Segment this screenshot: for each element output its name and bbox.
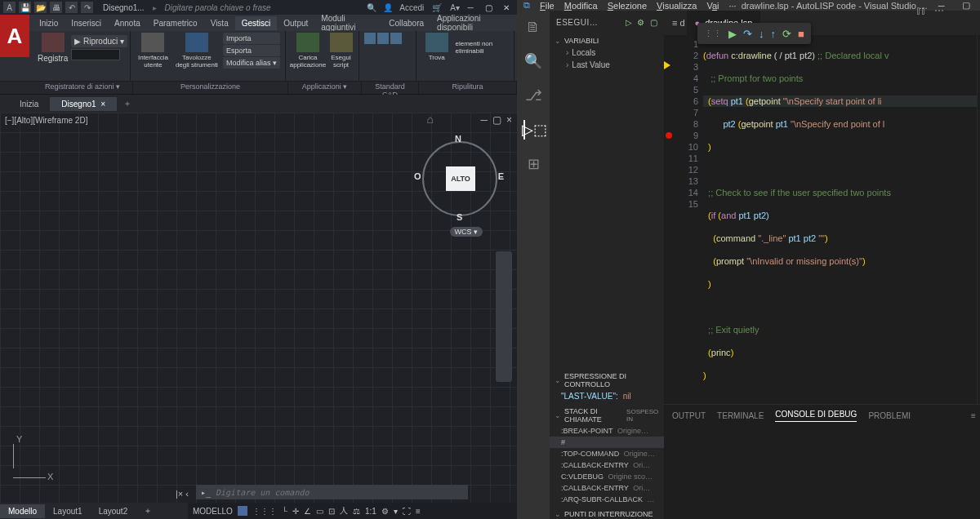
status-grid-icon[interactable]: [238, 506, 247, 516]
viewport[interactable]: [−][Alto][Wireframe 2D] ─ ▢ × ⌂ N S E O …: [0, 113, 517, 503]
vp-minimize-icon[interactable]: ─: [480, 114, 488, 126]
viewcube[interactable]: N S E O ALTO: [419, 137, 501, 219]
minimap[interactable]: [977, 35, 980, 404]
cad-std-icon[interactable]: [364, 33, 376, 44]
line-number[interactable]: 10: [675, 141, 698, 153]
export-button[interactable]: Esporta: [223, 45, 280, 56]
load-app-button[interactable]: Carica applicazione: [291, 33, 325, 69]
menu-more[interactable]: ···: [724, 1, 741, 11]
stack-frame[interactable]: C:VLDEBUG Origine sco…: [550, 471, 664, 482]
qat-undo-icon[interactable]: ↶: [65, 2, 78, 13]
panel-tab-output[interactable]: OUTPUT: [672, 411, 706, 420]
line-number[interactable]: 14: [675, 187, 698, 198]
qat-open-icon[interactable]: 📂: [34, 2, 47, 13]
status-snap-icon[interactable]: ⋮⋮⋮: [252, 507, 277, 516]
line-number[interactable]: 9: [675, 130, 698, 141]
vp-close-icon[interactable]: ×: [506, 114, 512, 126]
signin-label[interactable]: Accedi: [399, 3, 424, 12]
search-icon[interactable]: 🔍: [367, 3, 376, 12]
lastvalue-node[interactable]: Last Value: [550, 59, 664, 71]
line-number[interactable]: 4: [675, 73, 698, 84]
status-osnap-icon[interactable]: ∠: [304, 507, 311, 516]
code-editor[interactable]: 123456789101112131415 (defun c:drawline …: [664, 35, 980, 404]
panel-tab-terminale[interactable]: TERMINALE: [717, 411, 764, 420]
home-icon[interactable]: ⌂: [427, 113, 434, 126]
tab-start[interactable]: Inizia: [8, 97, 50, 111]
section-watch[interactable]: ESPRESSIONE DI CONTROLLO: [550, 370, 664, 390]
ribbon-tab-inserisci[interactable]: Inserisci: [65, 16, 108, 30]
stack-frame[interactable]: :TOP-COMMAND Origine…: [550, 448, 664, 459]
find-button[interactable]: Trova: [421, 33, 452, 61]
nav-bar[interactable]: [496, 251, 512, 382]
explorer-icon[interactable]: 🗎: [523, 17, 543, 37]
menu-file[interactable]: File: [535, 1, 559, 11]
tab-breadcrumb-icon[interactable]: ≡ d: [664, 11, 687, 35]
status-customize-icon[interactable]: ≡: [416, 507, 421, 516]
stack-frame[interactable]: :BREAK-POINT Origine…: [550, 425, 664, 437]
continue-icon[interactable]: ▶: [728, 28, 737, 40]
panel-filter-icon[interactable]: ≡: [971, 411, 976, 420]
scm-icon[interactable]: ⎇: [523, 86, 543, 105]
ribbon-tab-inizio[interactable]: Inizio: [33, 16, 65, 30]
line-number[interactable]: 12: [675, 164, 698, 175]
status-scale[interactable]: 1:1: [365, 507, 376, 516]
layout-model[interactable]: Modello: [0, 504, 45, 518]
stack-frame[interactable]: :CALLBACK-ENTRY Ori…: [550, 459, 664, 471]
record-button[interactable]: Registra: [38, 33, 68, 63]
vsc-maximize-icon[interactable]: ▢: [954, 0, 978, 11]
status-fullscreen-icon[interactable]: ⛶: [403, 507, 411, 516]
action-name-input[interactable]: [71, 49, 120, 60]
line-number[interactable]: 3: [675, 61, 698, 73]
new-tab-button[interactable]: ＋: [117, 98, 138, 109]
line-number[interactable]: 5: [675, 84, 698, 95]
stop-icon[interactable]: ■: [798, 28, 804, 40]
line-number[interactable]: 8: [675, 118, 698, 130]
qat-save-icon[interactable]: 💾: [19, 2, 31, 13]
wcs-label[interactable]: WCS ▾: [450, 227, 483, 237]
search-activity-icon[interactable]: 🔍: [523, 51, 543, 71]
import-button[interactable]: Importa: [223, 33, 280, 44]
ribbon-tab-annota[interactable]: Annota: [108, 16, 147, 30]
ribbon-tab-output[interactable]: Output: [277, 16, 314, 30]
app-icon[interactable]: A▾: [450, 3, 460, 12]
viewcube-north[interactable]: N: [455, 134, 461, 144]
line-number[interactable]: 6: [675, 95, 698, 107]
panel-tab-problemi[interactable]: PROBLEMI: [868, 411, 911, 420]
panel-tab-console-di-debug[interactable]: CONSOLE DI DEBUG: [775, 410, 857, 422]
stack-frame[interactable]: :ARQ-SUBR-CALLBACK …: [550, 494, 664, 505]
glyph-margin[interactable]: [664, 35, 675, 404]
command-input[interactable]: [216, 488, 468, 497]
code-content[interactable]: (defun c:drawline ( / pt1 pt2) ;; Declar…: [703, 35, 977, 404]
menu-view[interactable]: Visualizza: [652, 1, 702, 11]
extensions-icon[interactable]: ⊞: [523, 154, 543, 174]
stack-frame[interactable]: #: [550, 437, 664, 448]
restart-icon[interactable]: ⟳: [782, 28, 791, 40]
line-number[interactable]: 11: [675, 153, 698, 164]
status-tsp-icon[interactable]: ⊡: [328, 507, 335, 516]
debug-config-icon[interactable]: ⚙: [637, 18, 645, 27]
step-over-icon[interactable]: ↷: [743, 28, 752, 40]
stack-frame[interactable]: :CALLBACK-ENTRY Ori…: [550, 482, 664, 494]
status-model[interactable]: MODELLO: [193, 507, 233, 516]
section-breakpoints[interactable]: PUNTI DI INTERRUZIONE: [550, 508, 664, 519]
cart-icon[interactable]: 🛒: [432, 3, 442, 12]
ribbon-tab-parametrico[interactable]: Parametrico: [147, 16, 204, 30]
status-annoscale-icon[interactable]: ⚖: [353, 507, 360, 516]
start-debug-icon[interactable]: ▷: [626, 18, 633, 27]
section-variables[interactable]: VARIABILI: [550, 35, 664, 47]
panel-title-recorder[interactable]: Registratore di azioni ▾: [33, 82, 133, 94]
status-iso-icon[interactable]: 人: [340, 505, 348, 517]
menu-go[interactable]: Vai: [702, 1, 724, 11]
line-gutter[interactable]: 123456789101112131415: [675, 35, 703, 404]
command-line[interactable]: ▸_: [196, 485, 468, 499]
line-number[interactable]: 7: [675, 107, 698, 118]
tab-drawing[interactable]: Disegno1 ×: [50, 97, 117, 111]
menu-edit[interactable]: Modifica: [559, 1, 603, 11]
ribbon-tab-vista[interactable]: Vista: [204, 16, 235, 30]
user-icon[interactable]: 👤: [383, 3, 393, 12]
ribbon-tab-collabora[interactable]: Collabora: [382, 16, 430, 30]
step-into-icon[interactable]: ↓: [759, 28, 764, 40]
search-placeholder[interactable]: Digitare parola chiave o frase: [165, 3, 359, 12]
cui-button[interactable]: Interfaccia utente: [136, 33, 171, 69]
status-more-icon[interactable]: ▾: [394, 507, 398, 516]
